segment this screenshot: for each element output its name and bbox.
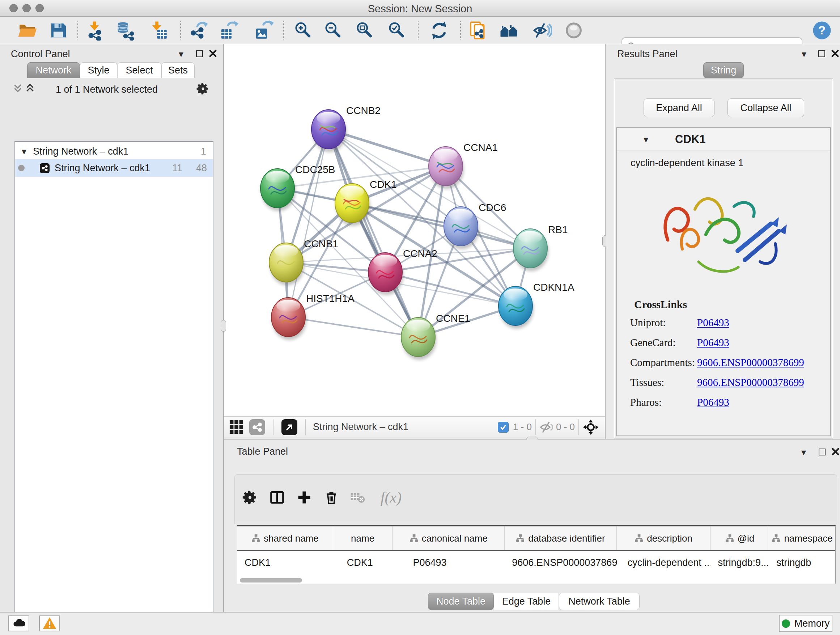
network-collection-row[interactable]: ▾ String Network – cdk1 1 bbox=[15, 143, 213, 159]
crosslink-link[interactable]: P06493 bbox=[697, 337, 729, 348]
open-in-window-icon[interactable] bbox=[281, 419, 297, 435]
export-image-button[interactable] bbox=[253, 20, 274, 41]
network-node-CCNE1[interactable]: CCNE1 bbox=[401, 313, 470, 360]
network-node-CDC6[interactable]: CDC6 bbox=[444, 202, 506, 249]
network-node-CCNA1[interactable]: CCNA1 bbox=[429, 142, 498, 189]
collapse-panel-icon[interactable]: ▾ bbox=[179, 49, 183, 59]
share-network-icon[interactable] bbox=[249, 419, 265, 435]
svg-text:?: ? bbox=[818, 24, 826, 37]
delete-column-trash-icon[interactable] bbox=[323, 489, 340, 506]
import-table-button[interactable] bbox=[148, 20, 169, 41]
crosslink-link[interactable]: P06493 bbox=[697, 396, 729, 409]
birdseye-crosshair-icon[interactable] bbox=[583, 419, 599, 435]
memory-button[interactable]: Memory bbox=[779, 615, 832, 632]
network-node-CDKN1A[interactable]: CDKN1A bbox=[499, 282, 575, 329]
export-network-button[interactable] bbox=[189, 20, 210, 41]
memory-label: Memory bbox=[794, 618, 830, 629]
create-column-plus-icon[interactable] bbox=[295, 489, 313, 506]
table-options-gear-icon[interactable] bbox=[241, 489, 259, 506]
crosslink-row: Uniprot: P06493 bbox=[617, 313, 830, 333]
column-header-id[interactable]: @id bbox=[711, 526, 769, 550]
cell-database-identifier[interactable]: 9606.ENSP00000378699 bbox=[505, 551, 617, 574]
column-header-canonical-name[interactable]: canonical name bbox=[393, 526, 505, 550]
protein-card-header[interactable]: ▾ CDK1 bbox=[617, 128, 830, 151]
tab-sets[interactable]: Sets bbox=[161, 62, 195, 78]
import-network-database-button[interactable] bbox=[114, 20, 135, 41]
network-row-selected[interactable]: String Network – cdk1 11 48 bbox=[15, 159, 213, 177]
crosslink-link[interactable]: P06493 bbox=[697, 317, 729, 329]
shared-column-icon bbox=[725, 534, 734, 543]
warnings-button[interactable] bbox=[39, 616, 60, 631]
tab-style[interactable]: Style bbox=[80, 62, 117, 78]
float-table-icon[interactable] bbox=[819, 448, 826, 455]
documents-share-icon bbox=[468, 20, 488, 41]
float-results-icon[interactable] bbox=[818, 50, 825, 57]
apply-layout-button[interactable] bbox=[429, 20, 450, 41]
cell-name[interactable]: CDK1 bbox=[333, 551, 393, 574]
network-node-RB1[interactable]: RB1 bbox=[513, 224, 568, 271]
control-panel: Control Panel ▾ Network Style Select Set… bbox=[0, 44, 223, 612]
zoom-fit-button[interactable] bbox=[354, 20, 375, 41]
left-splitter-handle[interactable] bbox=[221, 320, 226, 332]
expand-all-button[interactable]: Expand All bbox=[644, 98, 714, 117]
column-header-database-identifier[interactable]: database identifier bbox=[505, 526, 617, 550]
column-header-name[interactable]: name bbox=[333, 526, 393, 550]
help-button[interactable]: ? bbox=[812, 20, 832, 41]
selected-checkbox-icon[interactable] bbox=[498, 422, 508, 432]
show-columns-icon[interactable] bbox=[268, 489, 286, 506]
network-node-CCNB1[interactable]: CCNB1 bbox=[269, 238, 338, 285]
close-table-icon[interactable] bbox=[832, 448, 839, 455]
collapse-all-button[interactable]: Collapse All bbox=[728, 98, 804, 117]
zoom-out-button[interactable] bbox=[322, 20, 343, 41]
import-network-file-button[interactable] bbox=[84, 20, 105, 41]
save-session-button[interactable] bbox=[48, 20, 69, 41]
network-options-gear-icon[interactable] bbox=[196, 82, 210, 96]
collection-expander-icon[interactable]: ▾ bbox=[22, 147, 27, 156]
selected-count: 1 - 0 bbox=[513, 421, 532, 432]
collapse-table-icon[interactable]: ▾ bbox=[801, 448, 806, 457]
cloud-icon bbox=[11, 616, 26, 631]
cell-namespace[interactable]: stringdb bbox=[769, 551, 835, 574]
float-panel-icon[interactable] bbox=[196, 50, 203, 57]
table-row[interactable]: CDK1 CDK1 P06493 9606.ENSP00000378699 cy… bbox=[237, 551, 835, 574]
tab-edge-table[interactable]: Edge Table bbox=[494, 593, 559, 610]
crosslink-link[interactable]: 9606.ENSP00000378699 bbox=[697, 356, 804, 369]
tab-network-table[interactable]: Network Table bbox=[559, 593, 639, 610]
table-header-row: shared name name canonical name database… bbox=[237, 526, 835, 551]
network-canvas[interactable]: CCNB2CCNA1CDC25BCDK1CDC6RB1CCNB1CCNA2CDK… bbox=[224, 44, 605, 416]
crosslinks-heading: CrossLinks bbox=[634, 298, 830, 310]
close-results-icon[interactable] bbox=[831, 50, 839, 57]
tab-string[interactable]: String bbox=[703, 62, 744, 78]
hide-selected-button[interactable] bbox=[531, 20, 553, 41]
grid-overview-icon[interactable] bbox=[229, 420, 244, 435]
protein-expander-icon[interactable]: ▾ bbox=[644, 135, 648, 144]
column-header-description[interactable]: description bbox=[617, 526, 711, 550]
show-all-button[interactable] bbox=[563, 20, 584, 41]
network-node-HIST1H1A[interactable]: HIST1H1A bbox=[271, 293, 355, 340]
open-session-button[interactable] bbox=[17, 20, 38, 41]
export-table-button[interactable] bbox=[218, 20, 240, 41]
table-horizontal-scrollbar[interactable] bbox=[240, 578, 302, 583]
tab-network[interactable]: Network bbox=[27, 62, 80, 78]
zoom-in-button[interactable] bbox=[292, 20, 313, 41]
refresh-arrows-icon bbox=[429, 20, 449, 41]
column-header-namespace[interactable]: namespace bbox=[769, 526, 835, 550]
protein-structure-image bbox=[652, 173, 793, 293]
zoom-out-icon bbox=[323, 20, 343, 41]
tab-node-table[interactable]: Node Table bbox=[428, 593, 494, 610]
cell-canonical-name[interactable]: P06493 bbox=[393, 551, 505, 574]
close-panel-icon[interactable] bbox=[209, 50, 217, 57]
shared-column-icon bbox=[251, 534, 260, 543]
collapse-results-icon[interactable]: ▾ bbox=[802, 49, 806, 59]
tab-select[interactable]: Select bbox=[117, 62, 161, 78]
cell-shared-name[interactable]: CDK1 bbox=[237, 551, 333, 574]
zoom-selected-button[interactable] bbox=[386, 20, 407, 41]
cell-id[interactable]: stringdb:9... bbox=[711, 551, 769, 574]
hidden-eye-icon[interactable] bbox=[539, 420, 554, 434]
cloud-button[interactable] bbox=[8, 616, 29, 631]
column-header-shared-name[interactable]: shared name bbox=[237, 526, 333, 550]
crosslink-link[interactable]: 9606.ENSP00000378699 bbox=[697, 377, 804, 388]
first-neighbors-button[interactable] bbox=[499, 20, 520, 41]
cell-description[interactable]: cyclin-dependent ... bbox=[617, 551, 711, 574]
new-network-from-selection-button[interactable] bbox=[468, 20, 489, 41]
